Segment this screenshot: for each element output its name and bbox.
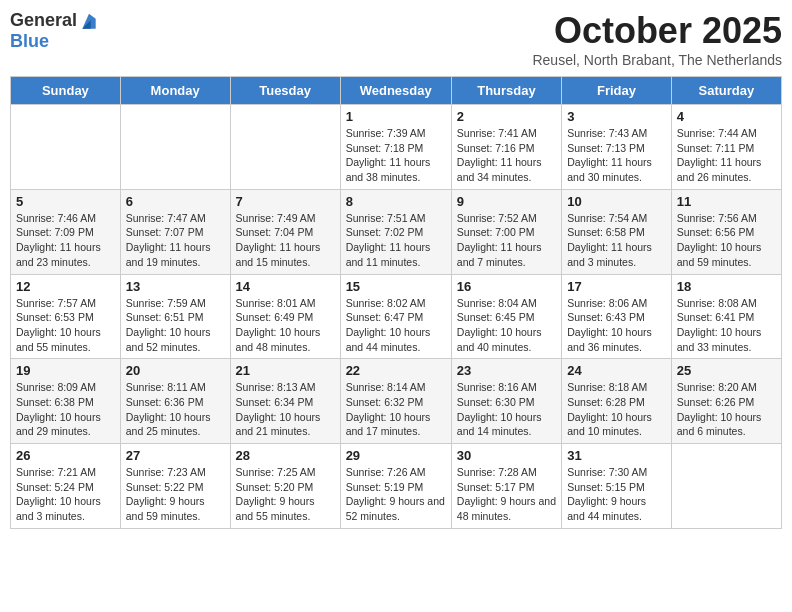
calendar-cell: 5Sunrise: 7:46 AM Sunset: 7:09 PM Daylig… — [11, 189, 121, 274]
calendar-cell: 23Sunrise: 8:16 AM Sunset: 6:30 PM Dayli… — [451, 359, 561, 444]
calendar-cell: 22Sunrise: 8:14 AM Sunset: 6:32 PM Dayli… — [340, 359, 451, 444]
day-number: 20 — [126, 363, 225, 378]
day-info: Sunrise: 7:43 AM Sunset: 7:13 PM Dayligh… — [567, 126, 666, 185]
calendar-week-row: 26Sunrise: 7:21 AM Sunset: 5:24 PM Dayli… — [11, 444, 782, 529]
weekday-header-sunday: Sunday — [11, 77, 121, 105]
day-number: 18 — [677, 279, 776, 294]
day-info: Sunrise: 8:20 AM Sunset: 6:26 PM Dayligh… — [677, 380, 776, 439]
calendar-cell: 20Sunrise: 8:11 AM Sunset: 6:36 PM Dayli… — [120, 359, 230, 444]
day-number: 9 — [457, 194, 556, 209]
calendar-week-row: 12Sunrise: 7:57 AM Sunset: 6:53 PM Dayli… — [11, 274, 782, 359]
calendar-cell: 1Sunrise: 7:39 AM Sunset: 7:18 PM Daylig… — [340, 105, 451, 190]
day-number: 24 — [567, 363, 666, 378]
calendar-cell: 2Sunrise: 7:41 AM Sunset: 7:16 PM Daylig… — [451, 105, 561, 190]
day-number: 28 — [236, 448, 335, 463]
day-number: 15 — [346, 279, 446, 294]
day-info: Sunrise: 7:57 AM Sunset: 6:53 PM Dayligh… — [16, 296, 115, 355]
weekday-header-monday: Monday — [120, 77, 230, 105]
day-number: 22 — [346, 363, 446, 378]
day-number: 7 — [236, 194, 335, 209]
day-number: 19 — [16, 363, 115, 378]
weekday-header-friday: Friday — [562, 77, 672, 105]
calendar-cell: 24Sunrise: 8:18 AM Sunset: 6:28 PM Dayli… — [562, 359, 672, 444]
day-info: Sunrise: 7:46 AM Sunset: 7:09 PM Dayligh… — [16, 211, 115, 270]
calendar-cell: 31Sunrise: 7:30 AM Sunset: 5:15 PM Dayli… — [562, 444, 672, 529]
day-info: Sunrise: 7:54 AM Sunset: 6:58 PM Dayligh… — [567, 211, 666, 270]
calendar-cell: 29Sunrise: 7:26 AM Sunset: 5:19 PM Dayli… — [340, 444, 451, 529]
day-info: Sunrise: 7:51 AM Sunset: 7:02 PM Dayligh… — [346, 211, 446, 270]
calendar-cell: 6Sunrise: 7:47 AM Sunset: 7:07 PM Daylig… — [120, 189, 230, 274]
calendar-cell: 18Sunrise: 8:08 AM Sunset: 6:41 PM Dayli… — [671, 274, 781, 359]
day-info: Sunrise: 7:25 AM Sunset: 5:20 PM Dayligh… — [236, 465, 335, 524]
day-number: 11 — [677, 194, 776, 209]
day-info: Sunrise: 7:49 AM Sunset: 7:04 PM Dayligh… — [236, 211, 335, 270]
calendar-cell: 8Sunrise: 7:51 AM Sunset: 7:02 PM Daylig… — [340, 189, 451, 274]
day-number: 27 — [126, 448, 225, 463]
calendar-cell: 21Sunrise: 8:13 AM Sunset: 6:34 PM Dayli… — [230, 359, 340, 444]
calendar-cell: 12Sunrise: 7:57 AM Sunset: 6:53 PM Dayli… — [11, 274, 121, 359]
day-info: Sunrise: 8:18 AM Sunset: 6:28 PM Dayligh… — [567, 380, 666, 439]
day-number: 26 — [16, 448, 115, 463]
day-info: Sunrise: 8:02 AM Sunset: 6:47 PM Dayligh… — [346, 296, 446, 355]
calendar-cell: 28Sunrise: 7:25 AM Sunset: 5:20 PM Dayli… — [230, 444, 340, 529]
title-area: October 2025 Reusel, North Brabant, The … — [532, 10, 782, 68]
day-info: Sunrise: 7:28 AM Sunset: 5:17 PM Dayligh… — [457, 465, 556, 524]
weekday-header-wednesday: Wednesday — [340, 77, 451, 105]
day-info: Sunrise: 8:16 AM Sunset: 6:30 PM Dayligh… — [457, 380, 556, 439]
calendar-cell: 15Sunrise: 8:02 AM Sunset: 6:47 PM Dayli… — [340, 274, 451, 359]
day-number: 17 — [567, 279, 666, 294]
day-info: Sunrise: 8:06 AM Sunset: 6:43 PM Dayligh… — [567, 296, 666, 355]
calendar-cell: 27Sunrise: 7:23 AM Sunset: 5:22 PM Dayli… — [120, 444, 230, 529]
calendar-cell: 4Sunrise: 7:44 AM Sunset: 7:11 PM Daylig… — [671, 105, 781, 190]
day-info: Sunrise: 7:23 AM Sunset: 5:22 PM Dayligh… — [126, 465, 225, 524]
calendar-week-row: 1Sunrise: 7:39 AM Sunset: 7:18 PM Daylig… — [11, 105, 782, 190]
calendar-cell: 14Sunrise: 8:01 AM Sunset: 6:49 PM Dayli… — [230, 274, 340, 359]
day-number: 5 — [16, 194, 115, 209]
calendar-week-row: 19Sunrise: 8:09 AM Sunset: 6:38 PM Dayli… — [11, 359, 782, 444]
day-info: Sunrise: 7:26 AM Sunset: 5:19 PM Dayligh… — [346, 465, 446, 524]
calendar-cell: 19Sunrise: 8:09 AM Sunset: 6:38 PM Dayli… — [11, 359, 121, 444]
weekday-header-thursday: Thursday — [451, 77, 561, 105]
day-number: 25 — [677, 363, 776, 378]
day-number: 14 — [236, 279, 335, 294]
day-info: Sunrise: 7:44 AM Sunset: 7:11 PM Dayligh… — [677, 126, 776, 185]
day-info: Sunrise: 7:39 AM Sunset: 7:18 PM Dayligh… — [346, 126, 446, 185]
page-header: General Blue October 2025 Reusel, North … — [10, 10, 782, 68]
day-number: 2 — [457, 109, 556, 124]
day-number: 23 — [457, 363, 556, 378]
day-info: Sunrise: 8:14 AM Sunset: 6:32 PM Dayligh… — [346, 380, 446, 439]
day-info: Sunrise: 8:01 AM Sunset: 6:49 PM Dayligh… — [236, 296, 335, 355]
calendar-cell: 25Sunrise: 8:20 AM Sunset: 6:26 PM Dayli… — [671, 359, 781, 444]
calendar-cell: 26Sunrise: 7:21 AM Sunset: 5:24 PM Dayli… — [11, 444, 121, 529]
logo: General Blue — [10, 10, 99, 52]
day-info: Sunrise: 7:47 AM Sunset: 7:07 PM Dayligh… — [126, 211, 225, 270]
day-number: 4 — [677, 109, 776, 124]
day-info: Sunrise: 8:09 AM Sunset: 6:38 PM Dayligh… — [16, 380, 115, 439]
day-info: Sunrise: 8:11 AM Sunset: 6:36 PM Dayligh… — [126, 380, 225, 439]
day-number: 16 — [457, 279, 556, 294]
day-info: Sunrise: 7:59 AM Sunset: 6:51 PM Dayligh… — [126, 296, 225, 355]
calendar-cell: 16Sunrise: 8:04 AM Sunset: 6:45 PM Dayli… — [451, 274, 561, 359]
weekday-header-saturday: Saturday — [671, 77, 781, 105]
day-number: 8 — [346, 194, 446, 209]
day-number: 1 — [346, 109, 446, 124]
day-info: Sunrise: 7:41 AM Sunset: 7:16 PM Dayligh… — [457, 126, 556, 185]
calendar-cell: 13Sunrise: 7:59 AM Sunset: 6:51 PM Dayli… — [120, 274, 230, 359]
calendar-cell — [230, 105, 340, 190]
calendar-cell: 11Sunrise: 7:56 AM Sunset: 6:56 PM Dayli… — [671, 189, 781, 274]
calendar-cell — [11, 105, 121, 190]
day-number: 30 — [457, 448, 556, 463]
month-title: October 2025 — [532, 10, 782, 52]
calendar-cell: 3Sunrise: 7:43 AM Sunset: 7:13 PM Daylig… — [562, 105, 672, 190]
day-info: Sunrise: 7:21 AM Sunset: 5:24 PM Dayligh… — [16, 465, 115, 524]
day-number: 10 — [567, 194, 666, 209]
calendar-table: SundayMondayTuesdayWednesdayThursdayFrid… — [10, 76, 782, 529]
weekday-header-tuesday: Tuesday — [230, 77, 340, 105]
location-subtitle: Reusel, North Brabant, The Netherlands — [532, 52, 782, 68]
day-number: 3 — [567, 109, 666, 124]
day-number: 12 — [16, 279, 115, 294]
day-info: Sunrise: 7:56 AM Sunset: 6:56 PM Dayligh… — [677, 211, 776, 270]
calendar-header-row: SundayMondayTuesdayWednesdayThursdayFrid… — [11, 77, 782, 105]
day-info: Sunrise: 7:52 AM Sunset: 7:00 PM Dayligh… — [457, 211, 556, 270]
calendar-cell: 7Sunrise: 7:49 AM Sunset: 7:04 PM Daylig… — [230, 189, 340, 274]
